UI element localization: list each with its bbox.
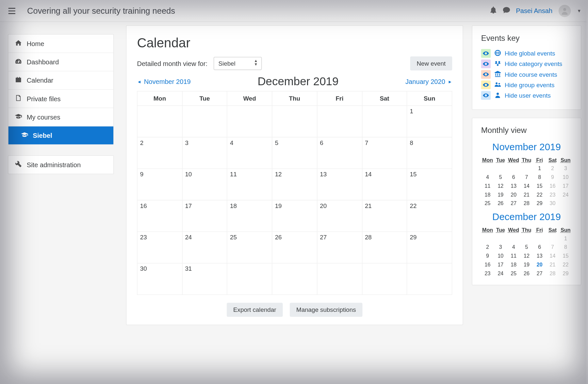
calendar-day-cell[interactable]: 11	[227, 169, 272, 200]
mini-day-cell[interactable]: 22	[559, 260, 572, 269]
sidebar-item-dashboard[interactable]: Dashboard	[8, 53, 113, 71]
sidebar-item-siebel[interactable]: Siebel	[8, 126, 113, 144]
sidebar-item-calendar[interactable]: Calendar	[8, 71, 113, 89]
events-key-toggle[interactable]: Hide user events	[481, 91, 572, 100]
calendar-day-cell[interactable]: 21	[362, 200, 407, 232]
calendar-day-cell[interactable]: 19	[272, 200, 317, 232]
calendar-day-cell[interactable]: 2	[137, 137, 182, 168]
mini-day-cell[interactable]: 11	[507, 252, 520, 261]
mini-day-cell[interactable]: 28	[546, 269, 559, 278]
user-menu-name[interactable]: Pasei Ansah	[516, 7, 552, 14]
user-menu-caret[interactable]: ▼	[577, 8, 581, 13]
calendar-day-cell[interactable]: 1	[407, 106, 452, 137]
avatar[interactable]	[559, 5, 571, 17]
calendar-day-cell[interactable]	[182, 106, 227, 137]
mini-day-cell[interactable]: 22	[533, 190, 546, 199]
calendar-day-cell[interactable]	[272, 263, 317, 295]
calendar-day-cell[interactable]	[137, 106, 182, 137]
mini-day-cell[interactable]	[559, 199, 572, 208]
mini-day-cell[interactable]: 26	[494, 199, 507, 208]
calendar-day-cell[interactable]	[407, 263, 452, 295]
mini-day-cell[interactable]	[520, 234, 533, 243]
mini-day-cell[interactable]: 27	[507, 199, 520, 208]
mini-month-title[interactable]: November 2019	[481, 141, 572, 153]
next-month-link[interactable]: January 2020 ►	[405, 78, 452, 86]
mini-day-cell[interactable]: 30	[546, 199, 559, 208]
mini-day-cell[interactable]	[507, 164, 520, 173]
mini-day-cell[interactable]	[507, 234, 520, 243]
calendar-day-cell[interactable]	[317, 106, 362, 137]
mini-day-cell[interactable]	[481, 234, 494, 243]
mini-day-cell[interactable]: 19	[494, 190, 507, 199]
calendar-day-cell[interactable]: 13	[317, 169, 362, 200]
mini-day-cell[interactable]: 26	[520, 269, 533, 278]
events-key-toggle[interactable]: Hide course events	[481, 70, 572, 79]
mini-day-cell[interactable]: 4	[507, 243, 520, 252]
mini-day-cell[interactable]: 2	[546, 164, 559, 173]
calendar-day-cell[interactable]: 4	[227, 137, 272, 168]
calendar-day-cell[interactable]: 18	[227, 200, 272, 232]
calendar-day-cell[interactable]: 25	[227, 232, 272, 263]
calendar-day-cell[interactable]	[272, 106, 317, 137]
mini-day-cell[interactable]: 18	[481, 190, 494, 199]
mini-day-cell[interactable]: 25	[481, 199, 494, 208]
calendar-day-cell[interactable]: 31	[182, 263, 227, 295]
mini-day-cell[interactable]	[494, 164, 507, 173]
calendar-day-cell[interactable]: 26	[272, 232, 317, 263]
mini-day-cell[interactable]: 17	[494, 260, 507, 269]
calendar-day-cell[interactable]: 3	[182, 137, 227, 168]
calendar-day-cell[interactable]: 27	[317, 232, 362, 263]
mini-day-cell[interactable]: 15	[559, 252, 572, 261]
mini-day-cell[interactable]: 24	[559, 190, 572, 199]
mini-day-cell[interactable]: 5	[520, 243, 533, 252]
mini-day-cell[interactable]: 16	[546, 182, 559, 190]
mini-day-cell[interactable]: 8	[559, 243, 572, 252]
new-event-button[interactable]: New event	[410, 56, 452, 71]
mini-day-cell[interactable]: 14	[520, 182, 533, 190]
sidebar-item-my-courses[interactable]: My courses	[8, 108, 113, 126]
calendar-day-cell[interactable]: 12	[272, 169, 317, 200]
calendar-day-cell[interactable]: 20	[317, 200, 362, 232]
mini-day-cell[interactable]: 21	[520, 190, 533, 199]
course-select[interactable]: Siebel ▲▼	[214, 57, 262, 70]
mini-day-cell[interactable]: 13	[533, 252, 546, 261]
calendar-day-cell[interactable]: 28	[362, 232, 407, 263]
mini-day-cell[interactable]: 23	[546, 190, 559, 199]
mini-day-cell[interactable]: 7	[520, 173, 533, 182]
mini-day-cell[interactable]: 1	[559, 234, 572, 243]
calendar-day-cell[interactable]: 23	[137, 232, 182, 263]
mini-day-cell[interactable]: 7	[546, 243, 559, 252]
calendar-day-cell[interactable]	[227, 263, 272, 295]
mini-day-cell[interactable]: 3	[559, 164, 572, 173]
events-key-toggle[interactable]: Hide global events	[481, 49, 572, 58]
mini-day-cell[interactable]: 19	[520, 260, 533, 269]
mini-day-cell[interactable]: 10	[494, 252, 507, 261]
calendar-day-cell[interactable]: 9	[137, 169, 182, 200]
mini-day-cell[interactable]: 6	[533, 243, 546, 252]
mini-day-cell[interactable]: 3	[494, 243, 507, 252]
calendar-day-cell[interactable]	[362, 263, 407, 295]
mini-day-cell[interactable]: 10	[559, 173, 572, 182]
mini-day-cell[interactable]: 12	[520, 252, 533, 261]
mini-day-cell[interactable]: 8	[533, 173, 546, 182]
mini-day-cell[interactable]: 28	[520, 199, 533, 208]
mini-day-cell[interactable]: 16	[481, 260, 494, 269]
notifications-icon[interactable]	[490, 6, 497, 15]
mini-day-cell[interactable]	[546, 234, 559, 243]
nav-drawer-toggle[interactable]	[5, 4, 18, 17]
messages-icon[interactable]	[503, 6, 510, 15]
mini-day-cell[interactable]	[520, 164, 533, 173]
mini-day-cell[interactable]	[494, 234, 507, 243]
mini-day-cell[interactable]: 21	[546, 260, 559, 269]
calendar-day-cell[interactable]: 24	[182, 232, 227, 263]
calendar-day-cell[interactable]: 15	[407, 169, 452, 200]
mini-day-cell[interactable]: 4	[481, 173, 494, 182]
export-calendar-button[interactable]: Export calendar	[227, 303, 283, 317]
site-brand[interactable]: Covering all your security training need…	[27, 6, 490, 15]
calendar-day-cell[interactable]: 5	[272, 137, 317, 168]
calendar-day-cell[interactable]: 22	[407, 200, 452, 232]
calendar-day-cell[interactable]: 14	[362, 169, 407, 200]
mini-day-cell[interactable]: 29	[533, 199, 546, 208]
mini-day-cell[interactable]: 2	[481, 243, 494, 252]
mini-day-cell[interactable]: 11	[481, 182, 494, 190]
